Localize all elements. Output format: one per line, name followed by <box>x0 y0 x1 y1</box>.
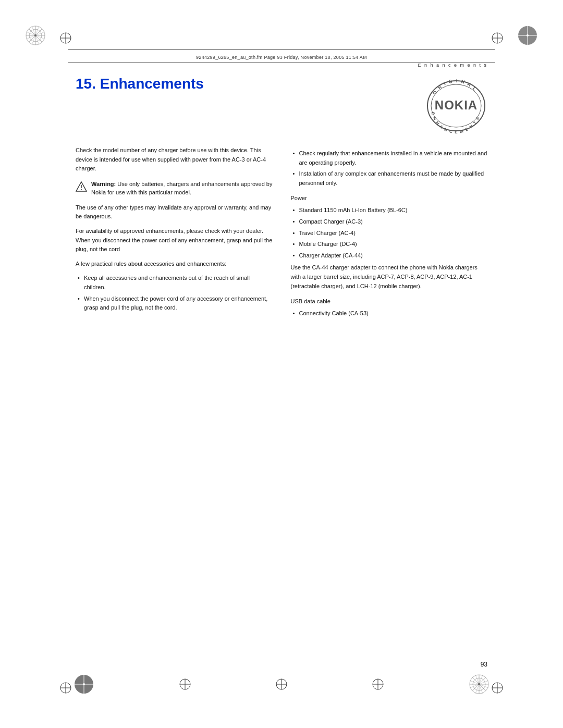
svg-line-10 <box>32 26 39 45</box>
left-column: Check the model number of any charger be… <box>76 146 273 322</box>
nokia-stamp: O R I G I N A L NOKIA E N H A N C E M E … <box>425 77 487 134</box>
page-number: 93 <box>481 661 487 668</box>
right-bullets-top: Check regularly that enhancements instal… <box>291 149 488 188</box>
list-item: Mobile Charger (DC-4) <box>291 240 488 249</box>
list-item: Installation of any complex car enhancem… <box>291 169 488 188</box>
chapter-title: 15. Enhancements <box>76 76 204 92</box>
dark-circle-bl-icon <box>74 674 94 697</box>
svg-text:NOKIA: NOKIA <box>435 98 478 112</box>
para3: For availability of approved enhancement… <box>76 227 273 254</box>
list-item: Compact Charger (AC-3) <box>291 217 488 227</box>
usb-label: USB data cable <box>291 297 488 306</box>
left-bullet-list: Keep all accessories and enhancements ou… <box>76 274 273 312</box>
page: 9244299_6265_en_au_oth.fm Page 93 Friday… <box>0 0 563 728</box>
para4: A few practical rules about accessories … <box>76 260 273 269</box>
svg-point-11 <box>60 33 71 43</box>
list-item: Charger Adapter (CA-44) <box>291 251 488 261</box>
ca44-text: Use the CA-44 charger adapter to connect… <box>291 263 488 291</box>
svg-line-8 <box>26 32 45 39</box>
list-item: Check regularly that enhancements instal… <box>291 149 488 167</box>
warning-text: Warning: Use only batteries, chargers an… <box>91 180 273 197</box>
dark-circle-tr-icon <box>517 25 538 48</box>
list-item: Keep all accessories and enhancements ou… <box>76 274 273 292</box>
power-bullet-list: Standard 1150 mAh Li-Ion Battery (BL-6C)… <box>291 206 488 260</box>
svg-line-5 <box>29 29 42 42</box>
list-item: When you disconnect the power cord of an… <box>76 294 273 313</box>
sunburst-tl-icon <box>25 25 46 48</box>
svg-point-1 <box>29 29 42 42</box>
two-column-layout: Check the model number of any charger be… <box>76 146 487 322</box>
cross-mark-b1-icon <box>179 678 191 692</box>
svg-line-7 <box>26 32 45 39</box>
usb-bullet-list: Connectivity Cable (CA-53) <box>291 309 488 318</box>
warning-icon <box>76 181 87 195</box>
cross-mark-br-icon <box>492 682 503 696</box>
file-info-bar: 9244299_6265_en_au_oth.fm Page 93 Friday… <box>68 50 495 63</box>
bottom-marks <box>0 674 563 697</box>
svg-text:O R I G I N A L: O R I G I N A L <box>432 78 478 96</box>
warning-body: Use only batteries, chargers and enhance… <box>91 181 272 196</box>
cross-mark-b3-icon <box>372 678 384 692</box>
cross-mark-tl-icon <box>60 32 71 46</box>
list-item: Connectivity Cable (CA-53) <box>291 309 488 318</box>
svg-point-28 <box>81 189 82 190</box>
section-header: E n h a n c e m e n t s <box>418 63 487 68</box>
warning-box: Warning: Use only batteries, chargers an… <box>76 180 273 197</box>
list-item: Travel Charger (AC-4) <box>291 229 488 238</box>
svg-point-2 <box>34 34 36 36</box>
cross-mark-tr-icon <box>492 32 503 46</box>
content-area: Check the model number of any charger be… <box>76 146 487 650</box>
svg-point-0 <box>26 26 45 45</box>
svg-point-14 <box>492 33 503 43</box>
sunburst-br-icon <box>469 674 489 697</box>
intro-paragraph: Check the model number of any charger be… <box>76 146 273 174</box>
svg-point-17 <box>518 26 537 45</box>
file-info-text: 9244299_6265_en_au_oth.fm Page 93 Friday… <box>196 55 367 60</box>
svg-point-18 <box>527 34 529 36</box>
para2: The use of any other types may invalidat… <box>76 203 273 221</box>
right-column: Check regularly that enhancements instal… <box>291 146 488 322</box>
svg-line-9 <box>32 26 39 45</box>
power-label: Power <box>291 194 488 203</box>
svg-text:E N H A N C E M E N T S: E N H A N C E M E N T S <box>431 112 481 134</box>
cross-mark-b2-icon <box>276 678 287 692</box>
svg-line-6 <box>29 29 42 42</box>
warning-label: Warning: <box>91 181 116 187</box>
cross-mark-bl-icon <box>60 682 71 696</box>
list-item: Standard 1150 mAh Li-Ion Battery (BL-6C) <box>291 206 488 215</box>
